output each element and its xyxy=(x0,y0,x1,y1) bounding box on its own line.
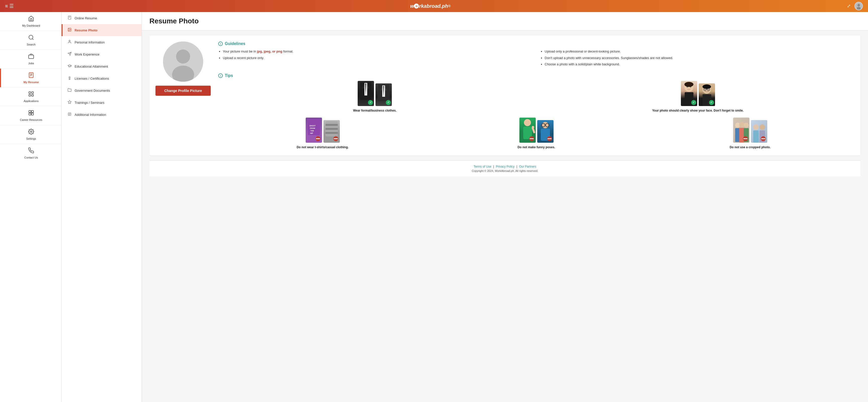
sub-sidebar-label-resume-photo: Resume Photo xyxy=(74,28,97,32)
tip-no-tshirts-images: SHOOT FROM THE HIP xyxy=(306,118,340,143)
additional-info-icon xyxy=(68,112,71,117)
tips-heading: i Tips xyxy=(218,73,855,78)
footer-copyright: Copyright © 2024, WorkAbroad.ph. All rig… xyxy=(153,169,857,172)
guideline-item-1: Your picture must be in jpg, jpeg, or pn… xyxy=(223,49,533,54)
svg-text:THE: THE xyxy=(310,130,314,132)
svg-point-91 xyxy=(753,124,759,130)
content-area: Change Profile Picture i Guidelines xyxy=(142,30,868,181)
sidebar-item-applications[interactable]: Applications xyxy=(0,87,61,106)
change-photo-button[interactable]: Change Profile Picture xyxy=(155,86,211,96)
tip-label-no-cropped: Do not use a cropped photo. xyxy=(730,145,771,150)
guidelines-info-icon: i xyxy=(218,41,223,46)
guidelines-col-left: Your picture must be in jpg, jpeg, or pn… xyxy=(218,49,533,68)
tips-section: i Tips xyxy=(218,73,855,150)
sidebar-item-jobs[interactable]: Jobs xyxy=(0,50,61,68)
svg-rect-14 xyxy=(29,111,31,113)
check-badge-2: ✓ xyxy=(386,100,391,105)
tip-label-no-tshirts: Do not wear t-shirts/casual clothing. xyxy=(297,145,349,150)
applications-icon xyxy=(28,91,34,98)
footer-partners-link[interactable]: Our Partners xyxy=(519,165,536,168)
logo: workabroad.ph® xyxy=(410,3,451,9)
check-badge-3: ✓ xyxy=(691,100,696,105)
tip-no-cropped-images xyxy=(733,118,767,143)
svg-point-18 xyxy=(30,131,32,132)
svg-point-93 xyxy=(760,124,765,130)
svg-point-55 xyxy=(708,89,709,90)
sub-sidebar-label-government-docs: Government Documents xyxy=(74,89,110,92)
tips-heading-text: Tips xyxy=(225,73,233,78)
footer-links: Terms of Use | Privacy Policy | Our Part… xyxy=(153,165,857,168)
tip-no-cropped: Do not use a cropped photo. xyxy=(646,118,855,150)
no-badge-3 xyxy=(529,136,535,142)
svg-rect-10 xyxy=(29,92,31,93)
svg-rect-13 xyxy=(32,94,33,96)
footer: Terms of Use | Privacy Policy | Our Part… xyxy=(149,160,861,176)
svg-line-4 xyxy=(32,39,33,40)
no-badge-6 xyxy=(760,136,766,142)
tip-label-no-funny-poses: Do not make funny poses. xyxy=(518,145,555,150)
guideline-item-3: Upload only a professional or decent-loo… xyxy=(545,49,855,54)
sub-sidebar-item-licenses[interactable]: Licenses / Certifications xyxy=(62,72,142,85)
profile-avatar xyxy=(163,41,203,82)
sub-sidebar-item-online-resume[interactable]: Online Resume xyxy=(62,12,142,24)
footer-privacy-link[interactable]: Privacy Policy xyxy=(496,165,515,168)
licenses-icon xyxy=(68,76,71,81)
guidelines-section: i Guidelines Your picture must be in jpg… xyxy=(218,41,855,68)
sidebar: My Dashboard Search Jobs xyxy=(0,12,62,402)
sub-sidebar-item-government-docs[interactable]: Government Documents xyxy=(62,85,142,96)
svg-rect-16 xyxy=(29,113,31,115)
hamburger-icon[interactable]: ≡ ☰ xyxy=(5,3,14,9)
sub-sidebar-label-additional-info: Additional Information xyxy=(74,113,106,117)
sub-sidebar-item-resume-photo[interactable]: Resume Photo xyxy=(62,24,142,36)
sidebar-item-search[interactable]: Search xyxy=(0,31,61,50)
svg-point-23 xyxy=(69,29,69,29)
no-badge-5 xyxy=(742,136,748,142)
svg-rect-65 xyxy=(326,124,338,126)
check-badge-1: ✓ xyxy=(368,100,373,105)
no-badge-4 xyxy=(547,136,553,142)
avatar[interactable] xyxy=(855,2,863,10)
bad-tips-row: SHOOT FROM THE HIP xyxy=(218,118,855,150)
svg-text:HIP: HIP xyxy=(310,132,313,134)
tip-show-face: ✓ xyxy=(541,81,855,113)
career-resources-icon xyxy=(28,110,34,117)
tip-formal-clothes-images: ✓ xyxy=(358,81,392,106)
sub-sidebar-label-personal-info: Personal Information xyxy=(74,40,105,44)
svg-rect-92 xyxy=(753,130,759,143)
sidebar-item-dashboard[interactable]: My Dashboard xyxy=(0,12,61,31)
main-content: Resume Photo Change Profi xyxy=(142,12,868,402)
photo-right: i Guidelines Your picture must be in jpg… xyxy=(218,41,855,150)
svg-point-54 xyxy=(705,89,705,90)
svg-point-47 xyxy=(690,86,691,87)
government-docs-icon xyxy=(68,88,71,93)
sub-sidebar-item-educational-attainment[interactable]: Educational Attainment xyxy=(62,60,142,72)
guidelines-heading-text: Guidelines xyxy=(225,41,245,46)
sub-sidebar-label-educational-attainment: Educational Attainment xyxy=(74,65,108,68)
sub-sidebar-item-work-experience[interactable]: Work Experience xyxy=(62,48,142,60)
sidebar-label-contact-us: Contact Us xyxy=(24,156,38,159)
resume-photo-icon xyxy=(68,28,71,33)
guideline-item-5: Choose a photo with a solid/plain white … xyxy=(545,62,855,67)
sub-sidebar-item-trainings[interactable]: Trainings / Seminars xyxy=(62,96,142,109)
tip-label-formal-clothes: Wear formal/business clothes. xyxy=(353,109,397,113)
expand-icon[interactable]: ⤢ xyxy=(847,3,851,9)
tip-no-tshirts: SHOOT FROM THE HIP xyxy=(218,118,427,150)
footer-terms-link[interactable]: Terms of Use xyxy=(474,165,492,168)
sidebar-item-contact-us[interactable]: Contact Us xyxy=(0,144,61,162)
sidebar-label-applications: Applications xyxy=(24,99,38,102)
sub-sidebar-item-personal-info[interactable]: Personal Information xyxy=(62,36,142,48)
svg-rect-17 xyxy=(31,113,33,115)
sidebar-label-my-resume: My Resume xyxy=(23,81,39,84)
svg-point-32 xyxy=(176,50,190,64)
sidebar-item-my-resume[interactable]: My Resume xyxy=(0,69,61,87)
good-tips-row: ✓ xyxy=(218,81,855,113)
tip-no-funny-poses: Do not make funny poses. xyxy=(432,118,641,150)
sidebar-item-career-resources[interactable]: Career Resources xyxy=(0,106,61,125)
sidebar-item-settings[interactable]: Settings xyxy=(0,125,61,144)
sub-sidebar-item-additional-info[interactable]: Additional Information xyxy=(62,109,142,121)
online-resume-icon xyxy=(68,16,71,21)
sub-sidebar: Online Resume Resume Photo Personal Inf xyxy=(62,12,142,402)
svg-point-87 xyxy=(744,123,749,128)
header-right: ⤢ xyxy=(847,2,863,10)
svg-point-70 xyxy=(524,119,531,126)
